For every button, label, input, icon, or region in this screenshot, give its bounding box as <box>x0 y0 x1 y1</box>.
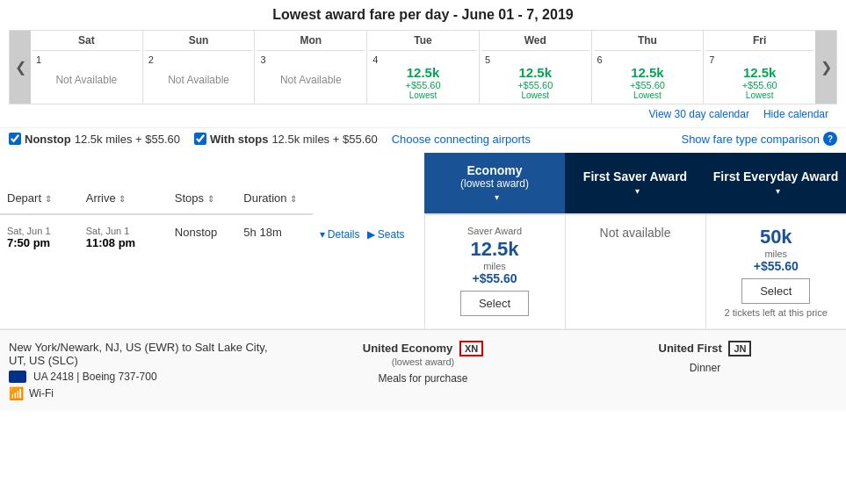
view-30-day-link[interactable]: View 30 day calendar <box>648 108 749 120</box>
seats-link[interactable]: ▶ Seats <box>367 228 405 241</box>
depart-date: Sat, Jun 1 <box>7 226 72 236</box>
nonstop-checkbox[interactable] <box>9 133 21 145</box>
calendar-day-3[interactable]: Mon 3 Not Available <box>255 31 367 104</box>
economy-col-subtitle: (lowest award) <box>431 177 558 190</box>
arrive-date: Sat, Jun 1 <box>86 226 161 236</box>
duration-sort-arrow: ⇕ <box>290 194 297 204</box>
day-fee-5: +$55.60 <box>481 80 589 90</box>
day-header-mon: Mon <box>257 34 365 51</box>
day-fee-7: +$55.60 <box>705 80 813 90</box>
fare-compare-link[interactable]: Show fare type comparison ? <box>681 132 837 146</box>
arrive-time: 11:08 pm <box>86 236 161 249</box>
th-duration-label: Duration <box>243 191 286 205</box>
th-first-saver[interactable]: First Saver Award ▾ <box>565 153 705 214</box>
day-tag-6: Lowest <box>594 90 702 100</box>
calendar-day-7[interactable]: Fri 7 12.5k +$55.60 Lowest <box>704 31 815 104</box>
th-stops[interactable]: Stops ⇕ <box>168 153 237 214</box>
details-right: United First JN Dinner <box>573 341 837 400</box>
calendar-day-5[interactable]: Wed 5 12.5k +$55.60 Lowest <box>480 31 592 104</box>
economy-dropdown-arrow: ▾ <box>495 192 499 202</box>
details-grid: New York/Newark, NJ, US (EWR) to Salt La… <box>9 341 837 400</box>
duration-value: 5h 18m <box>243 226 305 239</box>
th-depart[interactable]: Depart ⇕ <box>0 153 79 214</box>
details-center: United Economy XN (lowest award) Meals f… <box>291 341 555 400</box>
calendar-grid: ❮ Sat 1 Not Available Sun 2 Not Availabl… <box>9 30 837 104</box>
td-depart: Sat, Jun 1 7:50 pm <box>0 214 79 329</box>
day-tag-7: Lowest <box>705 90 813 100</box>
details-link[interactable]: ▾ Details <box>320 228 360 241</box>
first-everyday-select-button[interactable]: Select <box>741 278 810 304</box>
withstops-price: 12.5k miles + $55.60 <box>271 133 377 146</box>
day-price-6: 12.5k <box>594 65 702 80</box>
calendar-links: View 30 day calendar Hide calendar <box>9 104 837 124</box>
first-cabin-name: United First <box>659 342 722 355</box>
day-unavail-1: Not Available <box>33 65 141 95</box>
meals-label: Meals for purchase <box>291 372 555 385</box>
td-first-saver: Not available <box>565 214 705 329</box>
first-everyday-fee: +$55.60 <box>713 259 840 273</box>
flight-info-row: UA 2418 | Boeing 737-700 <box>9 371 273 383</box>
airline-logo-icon <box>9 371 26 383</box>
day-num-2: 2 <box>145 54 253 65</box>
calendar-day-1[interactable]: Sat 1 Not Available <box>31 31 143 104</box>
wifi-row: 📶 Wi-Fi <box>9 386 273 400</box>
economy-miles-unit: miles <box>432 261 558 271</box>
flight-number: UA 2418 | Boeing 737-700 <box>33 371 157 383</box>
day-header-sun: Sun <box>145 34 253 51</box>
calendar-next-nav[interactable]: ❯ <box>815 31 836 104</box>
arrive-sort-arrow: ⇕ <box>119 194 126 204</box>
day-unavail-3: Not Available <box>257 65 365 95</box>
main-container: Lowest award fare per day - June 01 - 7,… <box>0 0 846 504</box>
first-everyday-miles-unit: miles <box>713 248 840 259</box>
th-first-everyday[interactable]: First Everyday Award ▾ <box>705 153 846 214</box>
filter-row: Nonstop 12.5k miles + $55.60 With stops … <box>0 127 846 149</box>
choose-connecting-airports-link[interactable]: Choose connecting airports <box>392 133 531 146</box>
nonstop-filter: Nonstop 12.5k miles + $55.60 <box>9 133 180 146</box>
page-title: Lowest award fare per day - June 01 - 7,… <box>9 7 837 23</box>
day-tag-4: Lowest <box>369 90 477 100</box>
first-saver-dropdown-arrow: ▾ <box>635 186 640 196</box>
economy-fee: +$55.60 <box>432 271 558 285</box>
fare-compare-label: Show fare type comparison <box>681 133 820 146</box>
first-cabin-code: JN <box>728 341 751 356</box>
th-arrive[interactable]: Arrive ⇕ <box>79 153 168 214</box>
first-everyday-miles: 50k <box>713 226 840 248</box>
nonstop-price: 12.5k miles + $55.60 <box>75 133 180 146</box>
first-everyday-dropdown-arrow: ▾ <box>776 186 780 196</box>
details-left: New York/Newark, NJ, US (EWR) to Salt La… <box>9 341 273 400</box>
td-duration: 5h 18m <box>236 214 312 329</box>
economy-cabin-name: United Economy <box>363 342 453 355</box>
day-num-1: 1 <box>33 54 141 65</box>
economy-select-button[interactable]: Select <box>460 291 529 316</box>
withstops-checkbox[interactable] <box>194 133 206 145</box>
day-num-3: 3 <box>257 54 365 65</box>
economy-award-type: Saver Award <box>432 226 558 236</box>
calendar-section: Lowest award fare per day - June 01 - 7,… <box>0 0 846 127</box>
calendar-day-4[interactable]: Tue 4 12.5k +$55.60 Lowest <box>367 31 480 104</box>
th-economy[interactable]: Economy (lowest award) ▾ <box>424 153 565 214</box>
day-price-7: 12.5k <box>705 65 813 80</box>
day-num-4: 4 <box>369 54 477 65</box>
flight-details-section: New York/Newark, NJ, US (EWR) to Salt La… <box>0 329 846 411</box>
calendar-prev-nav[interactable]: ❮ <box>10 31 31 104</box>
td-arrive: Sat, Jun 1 11:08 pm <box>79 214 168 329</box>
hide-calendar-link[interactable]: Hide calendar <box>763 108 828 120</box>
calendar-day-6[interactable]: Thu 6 12.5k +$55.60 Lowest <box>592 31 705 104</box>
td-first-everyday: 50k miles +$55.60 Select 2 tickets left … <box>705 214 846 329</box>
day-tag-5: Lowest <box>481 90 589 100</box>
th-depart-label: Depart <box>7 191 41 205</box>
th-stops-label: Stops <box>175 191 204 205</box>
day-fee-4: +$55.60 <box>369 80 477 90</box>
calendar-day-2[interactable]: Sun 2 Not Available <box>143 31 256 104</box>
economy-cabin-code: XN <box>459 341 483 356</box>
wifi-icon: 📶 <box>9 386 24 400</box>
first-everyday-col-title: First Everyday Award <box>712 169 839 184</box>
day-fee-6: +$55.60 <box>594 80 702 90</box>
economy-miles: 12.5k <box>432 238 558 261</box>
route-text: New York/Newark, NJ, US (EWR) to Salt La… <box>9 341 273 367</box>
results-table: Depart ⇕ Arrive ⇕ Stops ⇕ Duration ⇕ Ec <box>0 153 846 329</box>
th-duration[interactable]: Duration ⇕ <box>236 153 312 214</box>
day-unavail-2: Not Available <box>145 65 253 95</box>
economy-col-title: Economy <box>431 163 558 177</box>
first-cabin-label: United First JN <box>573 341 837 356</box>
